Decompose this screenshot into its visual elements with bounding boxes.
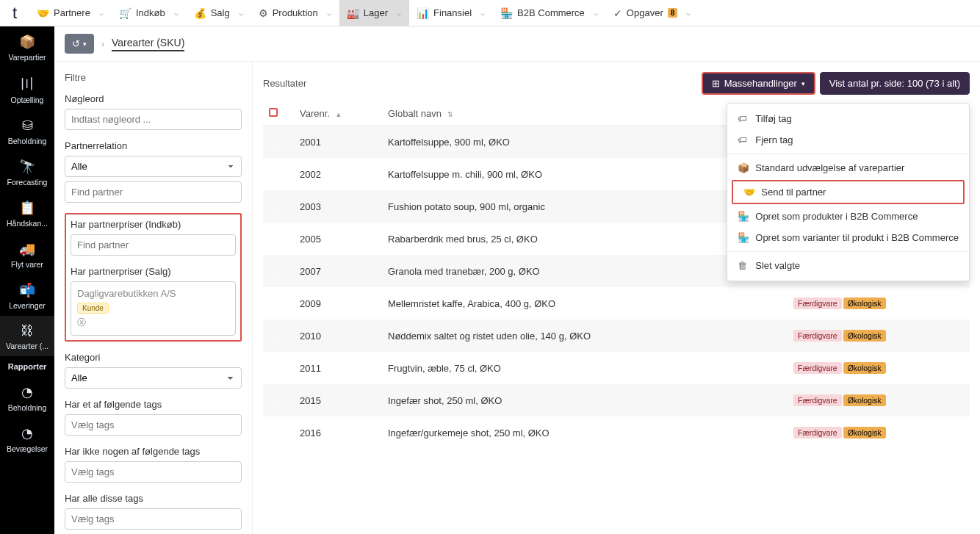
nav-icon: ⚙ (259, 7, 268, 19)
topnav-lager[interactable]: 🏭Lager⌵ (339, 0, 409, 26)
sidebar-label: Forecasting (7, 178, 48, 187)
dropdown-create-variants[interactable]: 🏪 Opret som varianter til produkt i B2B … (727, 227, 969, 248)
sidebar-item-2[interactable]: ⛁Beholdning (0, 110, 54, 151)
row-name: Ingefær shot, 250 ml, ØKO (388, 395, 793, 406)
nav-label: Produktion (273, 7, 318, 18)
table-row[interactable]: 2009 Mellemristet kaffe, Arabica, 400 g,… (263, 287, 970, 320)
topnav-opgaver[interactable]: ✓Opgaver8⌵ (606, 0, 699, 26)
category-select[interactable]: Alle (65, 367, 242, 389)
select-all-highlight (269, 108, 278, 117)
keyword-input[interactable] (65, 109, 242, 130)
row-name: Ingefær/gurkemeje shot, 250 ml, ØKO (388, 427, 793, 439)
sidebar-icon: ◔ (21, 384, 33, 400)
bulk-actions-button[interactable]: ⊞ Massehandlinger ▾ (702, 72, 815, 95)
nav-label: Indkøb (136, 7, 165, 18)
nav-label: B2B Commerce (517, 7, 585, 18)
sidebar-report-0[interactable]: ◔Beholdning (0, 377, 54, 418)
handshake-icon: 🤝 (743, 187, 755, 198)
chevron-down-icon: ⌵ (327, 9, 331, 17)
nav-label: Salg (211, 7, 230, 18)
topnav-salg[interactable]: 💰Salg⌵ (187, 0, 251, 26)
row-name: Frugtvin, æble, 75 cl, ØKO (388, 363, 793, 374)
topnav-b2b commerce[interactable]: 🏪B2B Commerce⌵ (493, 0, 606, 26)
page-count-label: Vist antal pr. side: 100 (73 i alt) (829, 78, 960, 89)
all-tags-input[interactable] (65, 508, 242, 530)
dropdown-delete[interactable]: 🗑 Slet valgte (727, 255, 969, 276)
sidebar-item-0[interactable]: 📦Varepartier (0, 26, 54, 68)
sidebar-label: Bevægelser (7, 444, 48, 453)
dropdown-add-tag[interactable]: 🏷 Tilføj tag (727, 108, 969, 129)
dropdown-remove-tag[interactable]: 🏷 Fjern tag (727, 129, 969, 151)
not-tags-input[interactable] (65, 461, 242, 483)
page-count-button[interactable]: Vist antal pr. side: 100 (73 i alt) (820, 72, 970, 95)
topnav-partnere[interactable]: 🤝Partnere⌵ (29, 0, 112, 26)
tag: Økologisk (843, 330, 886, 342)
table-row[interactable]: 2011 Frugtvin, æble, 75 cl, ØKO Færdigva… (263, 352, 970, 384)
row-name: Mellemristet kaffe, Arabica, 400 g, ØKO (388, 298, 793, 309)
results-title: Resultater (263, 78, 306, 89)
dropdown-create-products[interactable]: 🏪 Opret som produkter i B2B Commerce (727, 206, 969, 227)
sidebar-icon: 🚚 (19, 241, 35, 257)
row-name: Nøddemix saltet og ristet uden olie, 140… (388, 331, 793, 342)
row-tags: FærdigvareØkologisk (793, 297, 970, 309)
app-logo[interactable]: t (0, 4, 29, 23)
nav-label: Partnere (54, 7, 90, 18)
sidebar-icon: 〣 (21, 75, 34, 93)
table-row[interactable]: 2010 Nøddemix saltet og ristet uden olie… (263, 320, 970, 352)
sidebar-item-7[interactable]: ⛓Varearter (... (0, 316, 54, 356)
tag: Færdigvare (793, 362, 842, 374)
dropdown-standard-selection[interactable]: 📦 Standard udvælgelse af varepartier (727, 157, 969, 178)
topnav-produktion[interactable]: ⚙Produktion⌵ (251, 0, 339, 26)
grid-icon: ⊞ (712, 78, 720, 89)
row-sku: 2010 (300, 331, 388, 342)
row-sku: 2002 (300, 169, 388, 180)
sidebar-icon: 📬 (19, 282, 35, 298)
sales-prices-input[interactable]: Dagligvarebutikken A/S Kunde ⓧ (71, 281, 236, 336)
nav-icon: 💰 (194, 7, 206, 19)
table-row[interactable]: 2016 Ingefær/gurkemeje shot, 250 ml, ØKO… (263, 416, 970, 449)
sidebar-icon: ◔ (21, 425, 33, 441)
category-label: Kategori (65, 352, 242, 363)
chevron-down-icon: ⌵ (174, 9, 179, 17)
sidebar-item-3[interactable]: 🔭Forecasting (0, 151, 54, 192)
row-sku: 2009 (300, 298, 388, 309)
sidebar-label: Beholdning (8, 403, 47, 412)
partner-relation-select[interactable]: Alle (65, 156, 242, 177)
partner-relation-search[interactable] (65, 181, 242, 203)
has-tags-input[interactable] (65, 414, 242, 436)
sidebar-item-1[interactable]: 〣Optælling (0, 68, 54, 110)
sidebar-item-6[interactable]: 📬Leveringer (0, 275, 54, 316)
row-sku: 2005 (300, 234, 388, 245)
sidebar-item-4[interactable]: 📋Håndskan... (0, 192, 54, 234)
sidebar-icon: 📋 (19, 200, 35, 216)
chevron-down-icon: ⌵ (480, 9, 485, 17)
dropdown-send-partner[interactable]: 🤝 Send til partner (733, 181, 963, 203)
bulk-actions-label: Massehandlinger (724, 78, 797, 89)
sidebar-item-5[interactable]: 🚚Flyt varer (0, 234, 54, 275)
nav-icon: 📊 (417, 7, 429, 19)
sidebar-label: Varearter (... (6, 342, 48, 350)
topnav-indkøb[interactable]: 🛒Indkøb⌵ (112, 0, 187, 26)
sidebar-report-1[interactable]: ◔Bevægelser (0, 418, 54, 459)
commerce-icon: 🏪 (738, 211, 749, 222)
history-button[interactable]: ↺ ▾ (65, 34, 94, 54)
history-icon: ↺ (72, 38, 80, 49)
remove-chip-icon[interactable]: ⓧ (77, 317, 229, 329)
purchase-prices-input[interactable] (71, 234, 236, 256)
tag: Økologisk (843, 394, 886, 406)
breadcrumb: ↺ ▾ › Varearter (SKU) (54, 26, 980, 62)
sort-asc-icon: ▲ (336, 111, 342, 118)
chevron-right-icon: › (101, 39, 104, 49)
topnav-finansiel[interactable]: 📊Finansiel⌵ (409, 0, 493, 26)
tag: Færdigvare (793, 427, 842, 439)
chevron-down-icon: ⌵ (594, 9, 598, 17)
column-sku[interactable]: Varenr. ▲ (300, 108, 388, 119)
sales-partner-chip: Kunde (77, 303, 109, 314)
row-tags: FærdigvareØkologisk (793, 427, 970, 439)
tag: Færdigvare (793, 394, 842, 406)
table-row[interactable]: 2015 Ingefær shot, 250 ml, ØKO Færdigvar… (263, 384, 970, 416)
sidebar-label: Håndskan... (7, 219, 48, 228)
has-tags-label: Har et af følgende tags (65, 399, 242, 410)
box-icon: 📦 (738, 162, 749, 173)
row-tags: FærdigvareØkologisk (793, 394, 970, 406)
